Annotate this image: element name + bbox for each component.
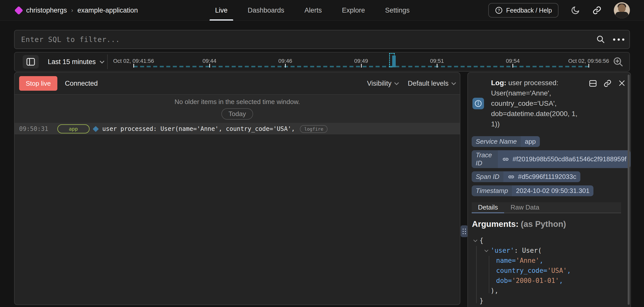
log-detail-message-line: country_code='USA', [491,98,597,109]
theme-toggle-moon-icon[interactable] [571,6,580,15]
nav-tab-alerts[interactable]: Alerts [299,0,327,21]
copy-link-icon[interactable] [603,79,612,88]
default-levels-dropdown[interactable]: Default levels [408,80,455,87]
timeline-axis[interactable]: Oct 02, 09:41:56 Oct 02, 09:56:56 09:440… [134,53,589,71]
zoom-in-icon[interactable] [612,56,624,68]
code-line: } [472,296,613,306]
chip-label: Trace ID [472,150,498,168]
code-token: { [479,237,484,244]
chip-value: #f2019b98b550cd8a61546c2f9188959f [498,150,630,168]
log-level-diamond-icon [93,126,99,132]
arguments-heading-suffix: (as Python) [521,219,566,229]
code-token: , [539,257,543,264]
timeline-start-label: Oct 02, 09:41:56 [113,58,154,64]
sql-filter-bar: Enter SQL to filter... [14,30,630,49]
code-line: country_code='USA', [472,266,613,276]
detail-tabs: DetailsRaw Data [472,202,621,213]
link-icon[interactable] [507,173,515,181]
search-icon[interactable] [596,35,606,44]
code-token: 'Anne' [516,257,539,264]
panel-resize-handle[interactable] [461,225,468,237]
code-token: } [479,297,484,304]
log-detail-message-line: User(name='Anne', [491,88,597,98]
empty-notice-text: No older items in the selected time wind… [175,98,300,106]
detail-tab-details[interactable]: Details [472,202,504,213]
spike-bar [392,56,396,67]
time-range-dropdown[interactable]: Last 15 minutes [48,53,104,71]
tree-collapse-icon[interactable] [473,239,477,242]
visibility-dropdown[interactable]: Visibility [367,80,398,87]
timeline-tick-mark [285,64,286,68]
chip-value: 2024-10-02 09:50:31.301 [512,185,593,196]
attribute-chip-span-id: Span ID#d5c996f11192033c [472,171,580,182]
code-token: 'USA' [547,267,567,274]
nav-tab-settings[interactable]: Settings [380,0,415,21]
log-detail-message-line: dob=datetime.date(2000, 1, [491,109,597,119]
breadcrumb-project[interactable]: example-application [77,7,138,14]
nav-tab-dashboards[interactable]: Dashboards [242,0,290,21]
today-button[interactable]: Today [221,108,253,120]
log-detail-panel: Log: user processed:User(name='Anne',cou… [467,72,631,307]
log-row[interactable]: 09:50:31 app user processed: User(name='… [15,123,460,134]
detail-tab-raw-data[interactable]: Raw Data [504,202,545,213]
code-line: { [472,235,613,245]
close-icon[interactable] [618,79,626,87]
more-options-icon[interactable] [613,38,624,41]
chip-value-text: #f2019b98b550cd8a61546c2f9188959f [512,155,626,163]
log-attribute-chips: Service NameappTrace ID#f2019b98b550cd8a… [472,136,630,196]
sidebar-toggle-button[interactable] [23,55,39,69]
chip-label: Span ID [472,171,503,182]
breadcrumb-org[interactable]: christophergs [26,7,67,14]
detail-scrollbar[interactable] [628,75,630,305]
feedback-help-button[interactable]: ? Feedback / Help [488,3,558,18]
timeline-tick-mark [512,64,513,68]
question-circle-icon: ? [495,6,503,14]
timeline-tick-mark [133,64,134,68]
breadcrumb: christophergs › example-application [26,0,138,21]
tree-collapse-icon[interactable] [485,249,488,252]
link-icon[interactable] [502,156,509,163]
timeline-end-label: Oct 02, 09:56:56 [568,58,609,64]
logfire-logo-icon[interactable] [14,6,23,15]
timeline-tick-label: 09:44 [203,58,216,64]
code-line: ), [472,286,613,296]
timeline-tick-mark [588,64,589,68]
code-token: name= [496,257,516,264]
nav-tab-live[interactable]: Live [210,0,233,21]
live-view-header: Stop live Connected Visibility Default l… [15,73,460,95]
code-token: dob= [496,277,512,284]
timeline-tick-label: 09:51 [430,58,444,64]
svg-text:?: ? [498,8,500,13]
breadcrumb-separator: › [71,7,73,14]
code-token: User( [522,247,542,254]
code-line: dob='2000-01-01', [472,276,613,286]
chip-value-text: 2024-10-02 09:50:31.301 [516,187,589,195]
top-nav: christophergs › example-application Live… [0,0,644,21]
attribute-chip-service-name: Service Nameapp [472,136,540,147]
timeline-tick-mark [209,64,210,68]
dock-panel-icon[interactable] [589,79,597,88]
live-view-panel: Stop live Connected Visibility Default l… [14,72,460,305]
chevron-down-icon [451,80,456,85]
arguments-heading: Arguments: (as Python) [472,219,566,229]
arguments-python-tree: {'user': User(name='Anne',country_code='… [472,235,613,306]
sql-filter-input[interactable]: Enter SQL to filter... [15,35,596,44]
user-avatar[interactable] [614,2,630,18]
empty-notice-strip: No older items in the selected time wind… [15,95,460,123]
attribute-chip-trace-id: Trace ID#f2019b98b550cd8a61546c2f9188959… [472,150,630,168]
timeline-tick-mark [437,64,437,68]
nav-tab-explore[interactable]: Explore [336,0,371,21]
service-badge: app [57,124,90,133]
timeline-tick-mark [361,64,362,68]
timeline-bar: Last 15 minutes Oct 02, 09:41:56 Oct 02,… [14,52,630,72]
code-token: , [559,277,563,284]
feedback-help-label: Feedback / Help [506,7,552,14]
stop-live-button[interactable]: Stop live [19,76,57,91]
split-pane-icon [26,58,35,66]
share-link-icon[interactable] [592,6,602,15]
code-token: 'user' [491,247,514,254]
chip-value-text: #d5c996f11192033c [518,173,576,181]
timeline-divider [107,55,108,69]
nav-tabs: LiveDashboardsAlertsExploreSettings [210,0,415,21]
chevron-down-icon [394,80,399,85]
